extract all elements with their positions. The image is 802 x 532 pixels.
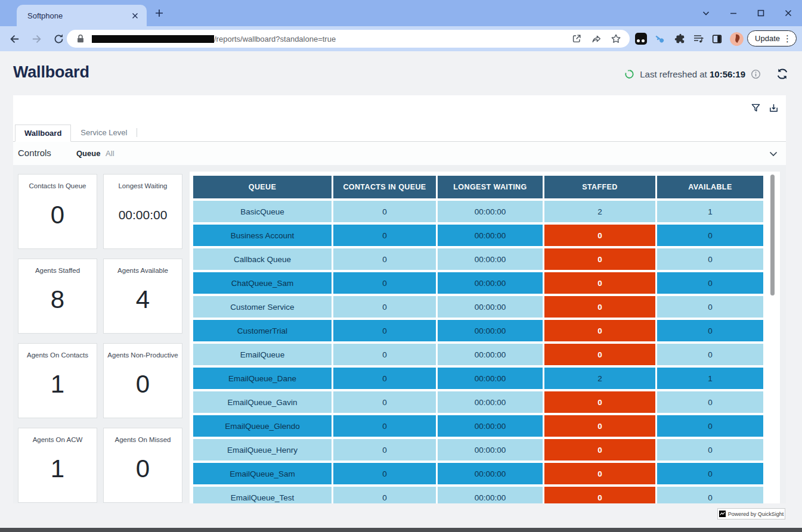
cell-waiting: 00:00:00 [438,225,543,246]
cell-queue: EmailQueue_Test [193,487,332,503]
share-icon[interactable] [591,33,602,44]
cell-queue: CustomerTrial [193,320,332,341]
profile-avatar[interactable] [730,32,744,46]
filter-icon[interactable] [751,103,761,113]
controls-label: Controls [18,148,51,158]
extension-key-icon[interactable] [654,33,666,45]
cell-waiting: 00:00:00 [438,272,543,294]
cell-queue: Callback Queue [193,248,332,270]
cell-contacts: 0 [333,201,436,222]
forward-button[interactable] [29,32,44,46]
cell-queue: Business Account [193,225,332,246]
cell-contacts: 0 [333,344,436,365]
info-icon[interactable] [751,69,761,79]
side-panel-icon[interactable] [711,33,723,45]
table-row: Business Account000:00:0000 [193,225,763,246]
cell-contacts: 0 [333,225,436,246]
new-tab-button[interactable] [153,7,166,20]
cell-staffed: 0 [544,487,655,503]
bookmark-star-icon[interactable] [611,33,621,44]
export-icon[interactable] [769,103,779,113]
cell-waiting: 00:00:00 [438,368,543,389]
update-button[interactable]: Update ⋮ [747,30,797,46]
cell-staffed: 0 [544,225,655,246]
cell-available: 0 [657,225,763,246]
cell-available: 0 [657,296,763,318]
tab-wallboard[interactable]: Wallboard [15,125,71,142]
kpi-value: 0 [136,443,150,502]
open-in-new-icon[interactable] [571,33,582,44]
manual-refresh-icon[interactable] [776,67,789,80]
browser-menu-kebab-icon[interactable]: ⋮ [783,34,792,43]
queue-filter[interactable]: Queue All [76,149,114,158]
cell-staffed: 0 [544,320,655,341]
cell-queue: EmailQueue_Henry [193,439,332,461]
cell-available: 0 [657,463,763,484]
quicksight-logo-icon [719,511,726,517]
cell-contacts: 0 [333,368,436,389]
table-row: EmailQueue_Glendo000:00:0000 [193,415,763,437]
kpi-card: Contacts In Queue0 [18,174,97,249]
cell-available: 0 [657,248,763,270]
cell-queue: BasicQueue [193,201,332,222]
extension-domino-icon[interactable] [634,33,647,45]
tab-close-icon[interactable] [129,10,141,21]
extensions-puzzle-icon[interactable] [673,33,685,45]
kpi-label: Agents Staffed [35,267,80,274]
kpi-card: Agents Available4 [103,259,182,334]
maximize-button[interactable] [747,0,775,26]
cell-waiting: 00:00:00 [438,320,543,341]
table-row: EmailQueue000:00:0000 [193,344,763,365]
close-button[interactable] [775,0,802,26]
cell-contacts: 0 [333,463,436,484]
url-redacted-segment [92,35,214,43]
cell-staffed: 0 [544,248,655,270]
kpi-label: Agents Available [117,267,168,274]
kpi-label: Agents On ACW [33,436,83,443]
column-header: AVAILABLE [657,176,763,198]
extensions-area [634,26,744,51]
address-bar[interactable]: /reports/wallboard?standalone=true [67,30,630,48]
back-button[interactable] [7,32,21,46]
cell-available: 0 [657,320,763,341]
cell-available: 0 [657,344,763,365]
playlist-icon[interactable] [692,33,704,45]
cell-staffed: 2 [544,368,655,389]
auto-refresh-timer-icon [624,69,634,79]
cell-waiting: 00:00:00 [438,248,543,270]
table-row: EmailQueue_Sam000:00:0000 [193,463,763,484]
cell-contacts: 0 [333,272,436,294]
minimize-button[interactable] [720,0,747,26]
cell-staffed: 0 [544,415,655,437]
column-header: CONTACTS IN QUEUE [333,176,436,198]
browser-toolbar: /reports/wallboard?standalone=true [0,26,802,51]
cell-staffed: 2 [544,201,655,222]
kpi-label: Contacts In Queue [29,182,86,189]
tab-search-chevron-icon[interactable] [692,0,720,26]
queue-filter-value: All [106,149,114,158]
tab-service-level[interactable]: Service Level [71,124,137,141]
kpi-value: 00:00:00 [119,189,168,248]
update-label: Update [755,34,780,43]
kpi-value: 0 [136,359,150,418]
table-header-row: QUEUECONTACTS IN QUEUELONGEST WAITINGSTA… [193,176,763,198]
kpi-label: Agents On Contacts [27,351,88,359]
cell-available: 0 [657,272,763,294]
browser-tab-softphone[interactable]: Softphone [17,5,147,26]
controls-collapse-chevron-icon[interactable] [768,148,779,159]
cell-waiting: 00:00:00 [438,487,543,503]
table-row: Customer Service000:00:0000 [193,296,763,318]
browser-window: Softphone [0,0,802,532]
table-scrollbar-thumb[interactable] [770,175,775,295]
cell-queue: EmailQueue [193,344,332,365]
kpi-value: 4 [136,274,150,333]
reload-button[interactable] [51,32,66,46]
cell-contacts: 0 [333,296,436,318]
kpi-grid: Contacts In Queue0Longest Waiting00:00:0… [18,174,182,503]
cell-waiting: 00:00:00 [438,201,543,222]
table-row: CustomerTrial000:00:0000 [193,320,763,341]
cell-staffed: 0 [544,439,655,461]
powered-by-quicksight-badge[interactable]: Powered by QuickSight [717,508,785,519]
cell-queue: ChatQueue_Sam [193,272,332,294]
cell-staffed: 0 [544,272,655,294]
